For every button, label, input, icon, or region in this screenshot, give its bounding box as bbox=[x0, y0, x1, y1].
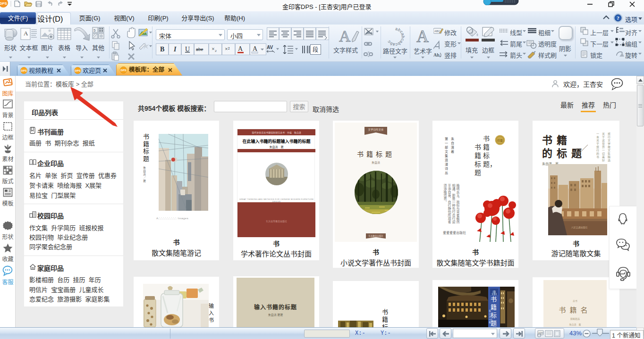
svg-text:Ab: Ab bbox=[433, 52, 440, 58]
svg-text:A: A bbox=[238, 45, 243, 52]
svg-text:导入: 导入 bbox=[76, 44, 88, 51]
svg-text:DPS: DPS bbox=[75, 69, 80, 72]
svg-text:人民交通出版社: 人民交通出版社 bbox=[571, 226, 587, 229]
svg-text:DPS: DPS bbox=[120, 69, 126, 72]
svg-text:A: A bbox=[253, 45, 258, 52]
svg-text:形状: 形状 bbox=[4, 44, 17, 51]
svg-text:A: A bbox=[416, 27, 429, 45]
svg-text:印章: 印章 bbox=[497, 139, 503, 142]
svg-text:图片: 图片 bbox=[41, 44, 53, 51]
svg-text:段: 段 bbox=[313, 46, 318, 53]
svg-text:×₂: ×₂ bbox=[212, 46, 217, 52]
svg-text:?: ? bbox=[617, 15, 619, 21]
svg-text:DPS: DPS bbox=[21, 69, 26, 72]
svg-text:A: A bbox=[339, 27, 351, 44]
svg-text:abe: abe bbox=[196, 46, 203, 52]
svg-text:5: 5 bbox=[93, 28, 96, 33]
svg-text:I: I bbox=[173, 46, 177, 53]
svg-text:×²: ×² bbox=[225, 46, 230, 52]
svg-text:文学创作文库: 文学创作文库 bbox=[368, 128, 384, 132]
svg-text:abcabcabcabc: abcabcabcabc bbox=[386, 27, 405, 46]
svg-text:B: B bbox=[160, 46, 164, 53]
svg-text:表格: 表格 bbox=[58, 44, 70, 51]
svg-text:AV: AV bbox=[267, 45, 273, 50]
svg-text:文本框: 文本框 bbox=[19, 44, 38, 51]
svg-text:东高教育出版社: 东高教育出版社 bbox=[368, 234, 383, 238]
svg-text:其他: 其他 bbox=[92, 44, 104, 51]
svg-text:DPS: DPS bbox=[0, 1, 7, 6]
svg-text:A: A bbox=[24, 30, 28, 37]
svg-text:U: U bbox=[185, 46, 190, 53]
